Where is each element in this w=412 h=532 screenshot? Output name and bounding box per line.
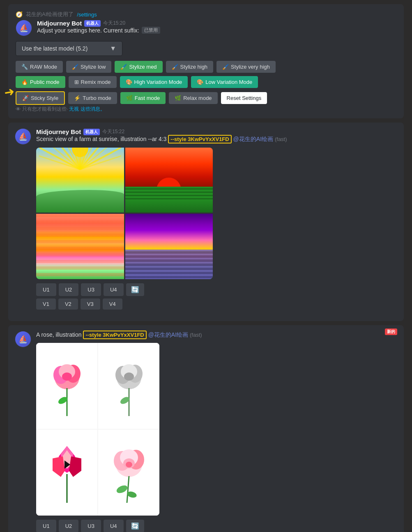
farm-image-grid (36, 148, 213, 279)
farm-img-cell-4 (125, 214, 213, 279)
button-grid: 🔧 RAW Mode 🖌️ Stylize low 🖌️ Stylize med… (16, 61, 396, 105)
farm-img-cell-3 (36, 214, 124, 279)
brush-icon-1: 🖌️ (72, 64, 78, 70)
message-1-header: ⛵ Midjourney Bot 机器人 今天15:22 Scenic view… (15, 128, 397, 312)
raw-mode-button[interactable]: 🔧 RAW Mode (16, 61, 63, 73)
farm-img-cell-2 (125, 148, 213, 213)
message-1-u2-button[interactable]: U2 (59, 283, 79, 296)
rose-img-cell-1 (36, 343, 97, 429)
svg-line-43 (127, 476, 129, 503)
stylize-very-high-button[interactable]: 🖌️ Stylize very high (216, 61, 276, 73)
avatar: ⛵ (16, 20, 32, 36)
bot-name-row: Midjourney Bot 机器人 今天15:20 (37, 20, 396, 27)
brush-icon-2: 🖌️ (120, 64, 127, 70)
remix-icon: ⊞ (74, 79, 79, 85)
message-1-speed: (fast) (275, 136, 287, 142)
message-2-header: ⛵ A rose, illustration --style 3KwPvYxXV… (15, 331, 397, 532)
message-1-u3-button[interactable]: U3 (81, 283, 101, 296)
message-2-mention: @花生的AI绘画 (148, 331, 188, 338)
message-2-speed: (fast) (190, 332, 202, 338)
message-2-style-badge: --style 3KwPvYxXV1FD (83, 331, 146, 339)
privacy-text: 只有您才能看到这些· (22, 106, 68, 113)
message-1-v4-button[interactable]: V4 (103, 298, 122, 310)
brush-icon-3: 🖌️ (172, 64, 178, 70)
message-1-action-row-2: V1 V2 V3 V4 (36, 298, 397, 310)
avatar-inner: ⛵ (16, 20, 32, 36)
svg-point-15 (72, 148, 88, 157)
bot-avatar-small: 🧭 (16, 11, 23, 18)
message-1-refresh-button[interactable]: 🔄 (126, 283, 144, 296)
stylize-med-button[interactable]: 🖌️ Stylize med (115, 61, 162, 73)
svg-point-27 (124, 372, 134, 381)
palette-icon-2: 🎨 (197, 79, 203, 85)
turbo-mode-button[interactable]: ⚡ Turbo mode (68, 92, 117, 104)
high-variation-mode-button[interactable]: 🎨 High Variation Mode (120, 76, 188, 88)
rocket-icon: 🚀 (22, 95, 29, 101)
chat-message-1: ⛵ Midjourney Bot 机器人 今天15:22 Scenic view… (8, 123, 404, 321)
remix-mode-button[interactable]: ⊞ Remix mode (69, 76, 117, 88)
stylize-high-button[interactable]: 🖌️ Stylize high (166, 61, 213, 73)
message-1-bot-badge: 机器人 (83, 129, 100, 135)
svg-point-20 (62, 372, 72, 381)
dismiss-link[interactable]: 无视 这些消息。 (69, 106, 105, 113)
message-1-v3-button[interactable]: V3 (81, 298, 100, 310)
reset-settings-button[interactable]: Reset Settings (221, 92, 267, 104)
privacy-notice: 👁 只有您才能看到这些· 无视 这些消息。 (16, 106, 396, 113)
rose-image-grid (36, 343, 159, 516)
fast-mode-button[interactable]: 🌿 Fast mode (120, 92, 166, 104)
leaf-icon-2: 🌿 (175, 95, 181, 101)
suffix-badge: 已禁用 (142, 27, 160, 34)
button-row-2: 🔥 Public mode ⊞ Remix mode 🎨 High Variat… (16, 76, 396, 88)
rose-img-cell-3 (36, 430, 97, 516)
sticky-style-button[interactable]: 🚀 Sticky Style (16, 91, 65, 105)
wrench-icon: 🔧 (21, 64, 28, 70)
relax-mode-button[interactable]: 🌿 Relax mode (169, 92, 217, 104)
button-row-3: 🚀 Sticky Style ⚡ Turbo mode 🌿 Fast mode … (16, 91, 396, 105)
rose-img-cell-2 (98, 343, 159, 429)
settings-message-content: Midjourney Bot 机器人 今天15:20 Adjust your s… (37, 20, 396, 38)
settings-link[interactable]: /settings (77, 12, 97, 18)
message-1-prompt: Scenic view of a farm at sunrise, illust… (36, 135, 397, 143)
avatar-inner-2: ⛵ (15, 331, 31, 347)
eye-icon: 👁 (16, 106, 21, 112)
message-1-u4-button[interactable]: U4 (104, 283, 124, 296)
message-2-prompt: A rose, illustration --style 3KwPvYxXV1F… (36, 331, 397, 339)
timestamp: 今天15:20 (103, 20, 125, 27)
leaf-icon-1: 🌿 (126, 95, 133, 101)
bot-name: Midjourney Bot (37, 20, 82, 27)
message-1-avatar: ⛵ (15, 128, 31, 145)
low-variation-mode-button[interactable]: 🎨 Low Variation Mode (191, 76, 258, 88)
message-2-u3-button[interactable]: U3 (81, 520, 101, 532)
message-1-v2-button[interactable]: V2 (58, 298, 78, 310)
bot-badge: 机器人 (84, 20, 101, 27)
settings-header-top: 🧭 花生的AI绘画使用了 /settings (16, 11, 396, 18)
button-row-1: 🔧 RAW Mode 🖌️ Stylize low 🖌️ Stylize med… (16, 61, 396, 73)
message-1-style-badge: --style 3KwPvYxXV1FD (168, 135, 231, 143)
avatar-inner-1: ⛵ (15, 129, 31, 144)
public-mode-button[interactable]: 🔥 Public mode (16, 76, 65, 88)
message-2-u1-button[interactable]: U1 (36, 520, 56, 532)
farm-img-cell-1 (36, 148, 124, 213)
dropdown-row: Use the latest model (5.2) ▼ (16, 41, 396, 56)
message-2-action-row-1: U1 U2 U3 U4 🔄 (36, 520, 397, 532)
message-2-u4-button[interactable]: U4 (104, 520, 124, 532)
message-2-u2-button[interactable]: U2 (59, 520, 79, 532)
chevron-down-icon: ▼ (110, 45, 116, 52)
message-2-refresh-button[interactable]: 🔄 (126, 520, 144, 532)
message-2-content: A rose, illustration --style 3KwPvYxXV1F… (36, 331, 397, 532)
settings-message-header: ⛵ Midjourney Bot 机器人 今天15:20 Adjust your… (16, 20, 396, 38)
message-1-u1-button[interactable]: U1 (36, 283, 56, 296)
settings-used-text: 花生的AI绘画使用了 (26, 11, 74, 18)
arrow-indicator: ➜ (3, 84, 16, 100)
settings-card: ➜ 🧭 花生的AI绘画使用了 /settings ⛵ Midjourney Bo… (8, 4, 404, 118)
stylize-low-button[interactable]: 🖌️ Stylize low (66, 61, 111, 73)
chat-message-2: 新的 ⛵ A rose, illustration --style 3KwPvY… (8, 325, 404, 532)
message-1-bot-name: Midjourney Bot (36, 128, 81, 135)
model-dropdown[interactable]: Use the latest model (5.2) ▼ (16, 41, 122, 56)
svg-marker-33 (53, 456, 65, 477)
message-1-content: Midjourney Bot 机器人 今天15:22 Scenic view o… (36, 128, 397, 312)
rose-img-cell-4 (98, 430, 159, 516)
message-1-mention: @花生的AI绘画 (233, 136, 273, 142)
brush-icon-4: 🖌️ (222, 64, 229, 70)
message-1-v1-button[interactable]: V1 (36, 298, 56, 310)
